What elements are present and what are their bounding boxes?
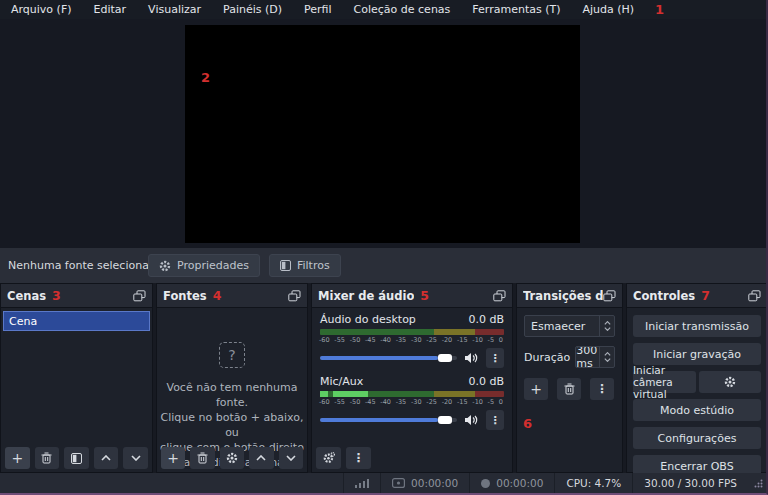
stream-time: 00:00:00: [411, 477, 458, 489]
volume-slider[interactable]: [320, 356, 457, 360]
annotation-4: 4: [213, 288, 222, 303]
resize-grip[interactable]: [748, 473, 766, 493]
mixer-menu-button[interactable]: ⋮: [346, 447, 371, 469]
annotation-2: 2: [201, 70, 210, 85]
meter-tick: -55: [334, 398, 345, 406]
virtual-camera-settings-button[interactable]: [699, 371, 762, 393]
status-bar: 00:00:00 00:00:00 CPU: 4.7% 30.00 / 30.0…: [0, 473, 766, 493]
menu-item[interactable]: Perfil: [293, 0, 343, 19]
menu-item[interactable]: Ferramentas (T): [461, 0, 571, 19]
speaker-icon[interactable]: [464, 414, 479, 426]
remove-scene-button[interactable]: [35, 447, 60, 469]
menu-item[interactable]: Coleção de cenas: [343, 0, 462, 19]
popout-icon[interactable]: [603, 290, 616, 302]
chevron-up-icon: [101, 455, 111, 461]
connection-status: [343, 473, 381, 493]
sources-list: ? Você não tem nenhuma fonte. Clique no …: [157, 308, 307, 472]
slider-handle[interactable]: [438, 416, 452, 424]
preview-canvas[interactable]: [185, 25, 580, 243]
popout-icon[interactable]: [133, 290, 146, 302]
transitions-title: Transições de...: [523, 289, 603, 303]
scenes-toolbar: +: [5, 447, 148, 469]
menu-item[interactable]: Ajuda (H): [571, 0, 645, 19]
cpu-usage: CPU: 4.7%: [554, 473, 632, 493]
remove-transition-button[interactable]: [557, 378, 581, 400]
transition-menu-button[interactable]: ⋮: [590, 378, 614, 400]
trash-icon: [564, 383, 575, 395]
start-streaming-button[interactable]: Iniciar transmissão: [633, 315, 761, 337]
empty-line: Você não tem nenhuma fonte.: [157, 380, 307, 410]
mixer-channel-mic: Mic/Aux 0.0 dB -60-55-50-45-40-35-30-25-…: [312, 370, 512, 432]
popout-icon[interactable]: [748, 290, 761, 302]
chevron-up-icon: [604, 321, 611, 325]
remove-source-button[interactable]: [190, 447, 214, 469]
add-scene-button[interactable]: +: [5, 447, 30, 469]
meter-tick: -10: [472, 398, 483, 406]
menu-bar: Arquivo (F)EditarVisualizarPainéis (D)Pe…: [0, 0, 766, 19]
meter-tick: -60: [319, 398, 330, 406]
meter-tick: -25: [426, 398, 437, 406]
meter-tick: -45: [365, 398, 376, 406]
transitions-panel-header: Transições de...: [517, 284, 622, 308]
move-source-down-button[interactable]: [279, 447, 303, 469]
transition-selected: Esmaecer: [525, 316, 599, 336]
mixer-toolbar: ⋮: [316, 447, 508, 469]
source-toolbar: Nenhuma fonte selecionad Propriedades Fi…: [0, 248, 766, 283]
record-timer: 00:00:00: [469, 473, 554, 493]
channel-level: 0.0 dB: [468, 313, 504, 326]
gear-icon: [724, 376, 736, 388]
popout-icon[interactable]: [288, 290, 301, 302]
channel-level: 0.0 dB: [468, 375, 504, 388]
start-recording-button[interactable]: Iniciar gravação: [633, 343, 761, 365]
scene-filters-button[interactable]: [64, 447, 89, 469]
scene-item[interactable]: Cena: [3, 311, 150, 331]
record-icon: [481, 479, 490, 488]
menu-item[interactable]: Visualizar: [137, 0, 212, 19]
channel-name: Áudio do desktop: [320, 313, 416, 326]
stream-timer: 00:00:00: [380, 473, 469, 493]
duration-spinbox[interactable]: 300 ms: [575, 346, 615, 368]
source-properties-button[interactable]: [220, 447, 244, 469]
properties-button[interactable]: Propriedades: [148, 254, 260, 277]
transition-select[interactable]: Esmaecer: [524, 315, 615, 337]
gear-icon: [226, 452, 238, 464]
controls-panel-header: Controles 7: [627, 284, 767, 308]
studio-mode-button[interactable]: Modo estúdio: [633, 399, 761, 421]
slider-handle[interactable]: [438, 354, 452, 362]
volume-slider[interactable]: [320, 418, 457, 422]
channel-menu-button[interactable]: ⋮: [486, 410, 504, 430]
fps-counter: 30.00 / 30.00 FPS: [632, 473, 748, 493]
preview-area: 2: [0, 19, 766, 248]
chevron-down-icon: [604, 358, 611, 362]
advanced-audio-button[interactable]: [316, 447, 341, 469]
duration-value: 300 ms: [576, 347, 599, 367]
channel-menu-button[interactable]: ⋮: [486, 348, 504, 368]
speaker-icon[interactable]: [464, 352, 479, 364]
spin-arrows[interactable]: [599, 347, 614, 367]
menu-item[interactable]: Arquivo (F): [0, 0, 83, 19]
transitions-body: Esmaecer Duração 300 ms: [517, 308, 622, 472]
move-scene-up-button[interactable]: [94, 447, 119, 469]
sources-title: Fontes: [163, 289, 207, 303]
meter-tick: -55: [334, 336, 345, 344]
meter-tick: -30: [411, 398, 422, 406]
meter-tick: -60: [319, 336, 330, 344]
menu-item[interactable]: Editar: [83, 0, 138, 19]
add-source-button[interactable]: +: [161, 447, 185, 469]
scenes-list: Cena +: [1, 308, 152, 472]
meter-tick: -15: [457, 398, 468, 406]
move-scene-down-button[interactable]: [123, 447, 148, 469]
annotation-5: 5: [420, 288, 429, 303]
filters-button[interactable]: Filtros: [269, 254, 341, 277]
meter-tick: -30: [411, 336, 422, 344]
popout-icon[interactable]: [493, 290, 506, 302]
menu-item[interactable]: Painéis (D): [212, 0, 293, 19]
settings-button[interactable]: Configurações: [633, 427, 761, 449]
meter-tick: 0: [499, 336, 503, 344]
add-transition-button[interactable]: +: [524, 378, 548, 400]
select-arrows[interactable]: [599, 316, 614, 336]
trash-icon: [197, 452, 208, 464]
sources-panel-header: Fontes 4: [157, 284, 307, 308]
start-virtual-camera-button[interactable]: Iniciar câmera virtual: [633, 371, 696, 393]
move-source-up-button[interactable]: [249, 447, 273, 469]
